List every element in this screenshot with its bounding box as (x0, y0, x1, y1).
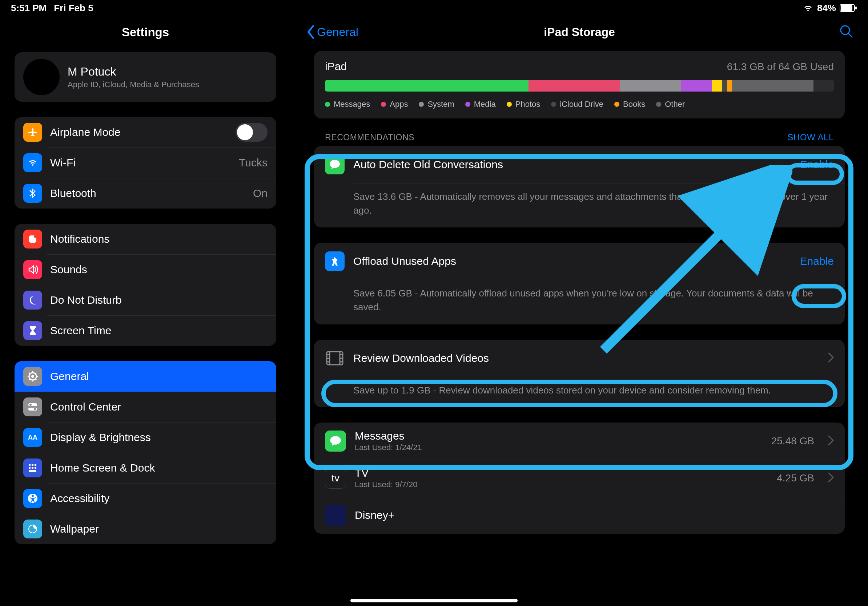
app-name: TV (355, 467, 768, 479)
sidebar-item-label: Do Not Disturb (50, 294, 268, 306)
chevron-right-icon (828, 435, 834, 447)
bluetooth-value: On (253, 187, 268, 199)
section-header-label: RECOMMENDATIONS (325, 133, 414, 142)
home-indicator[interactable] (350, 599, 518, 602)
app-last-used: Last Used: 1/24/21 (355, 443, 763, 452)
sidebar-item-control-center[interactable]: Control Center (14, 392, 276, 422)
sidebar-item-do-not-disturb[interactable]: Do Not Disturb (14, 285, 276, 315)
sidebar-item-accessibility[interactable]: Accessibility (14, 483, 276, 514)
storage-segment (732, 80, 814, 91)
svg-rect-12 (29, 464, 31, 466)
sidebar-item-home-screen[interactable]: Home Screen & Dock (14, 453, 276, 483)
notifications-icon (23, 230, 42, 249)
recommendation-desc: Save 13.6 GB - Automatically removes all… (314, 184, 845, 227)
enable-button[interactable]: Enable (800, 158, 834, 171)
app-row-messages[interactable]: Messages Last Used: 1/24/21 25.48 GB (314, 422, 845, 459)
sidebar-item-label: Accessibility (50, 492, 268, 505)
status-bar: 5:51 PM Fri Feb 5 84% (0, 0, 868, 16)
storage-segment (722, 80, 727, 91)
sidebar-item-display-brightness[interactable]: AA Display & Brightness (14, 422, 276, 453)
legend-item: Photos (507, 99, 541, 109)
storage-segment (529, 80, 620, 91)
storage-segment (681, 80, 712, 91)
toggles-icon (23, 397, 42, 416)
search-icon (839, 24, 854, 39)
sidebar-item-wifi[interactable]: Wi-Fi Tucks (14, 147, 276, 178)
sidebar-item-bluetooth[interactable]: Bluetooth On (14, 178, 276, 209)
show-all-button[interactable]: SHOW ALL (787, 132, 834, 142)
sidebar-item-wallpaper[interactable]: Wallpaper (14, 514, 276, 544)
sidebar-item-screen-time[interactable]: Screen Time (14, 315, 276, 346)
app-size: 4.25 GB (777, 472, 814, 484)
app-row-tv[interactable]: tv TV Last Used: 9/7/20 4.25 GB (314, 459, 845, 497)
svg-point-6 (31, 375, 34, 378)
gear-icon (23, 367, 42, 386)
sidebar-item-airplane-mode[interactable]: Airplane Mode (14, 117, 276, 147)
status-battery-percent: 84% (817, 3, 836, 14)
sidebar-group-alerts: Notifications Sounds Do Not Disturb Scre… (14, 224, 276, 346)
recommendation-offload-apps[interactable]: Offload Unused Apps Enable Save 6.05 GB … (314, 243, 845, 324)
enable-button[interactable]: Enable (800, 255, 834, 267)
app-size: 25.48 GB (771, 435, 814, 447)
sidebar-item-label: Home Screen & Dock (50, 462, 268, 474)
airplane-toggle[interactable] (236, 123, 268, 142)
sidebar-title: Settings (0, 16, 291, 52)
svg-point-10 (34, 408, 36, 410)
apps-list: Messages Last Used: 1/24/21 25.48 GB tv … (314, 422, 845, 534)
wifi-icon (803, 4, 814, 12)
airplane-icon (23, 123, 42, 142)
sidebar-item-sounds[interactable]: Sounds (14, 254, 276, 285)
sidebar-item-general[interactable]: General (14, 361, 276, 392)
disney-app-icon (325, 505, 346, 526)
storage-bar (325, 80, 834, 91)
back-label: General (317, 25, 358, 39)
sidebar-item-label: Display & Brightness (50, 431, 268, 444)
film-icon (325, 348, 344, 368)
account-subtitle: Apple ID, iCloud, Media & Purchases (68, 80, 199, 90)
tv-app-icon: tv (325, 468, 346, 489)
accessibility-icon (23, 489, 42, 508)
sidebar-group-general: General Control Center AA Display & Brig… (14, 361, 276, 544)
legend-item: Other (656, 99, 685, 109)
app-last-used: Last Used: 9/7/20 (355, 480, 768, 489)
svg-rect-15 (29, 467, 31, 469)
back-button[interactable]: General (305, 25, 358, 39)
svg-point-20 (32, 495, 34, 497)
recommendations-header: RECOMMENDATIONS SHOW ALL (314, 118, 845, 146)
recommendation-review-videos[interactable]: Review Downloaded Videos Save up to 1.9 … (314, 340, 845, 408)
moon-icon (23, 291, 42, 309)
sidebar-item-label: Wi-Fi (50, 156, 231, 169)
storage-used: 61.3 GB of 64 GB Used (727, 61, 834, 73)
bluetooth-icon (23, 184, 42, 203)
storage-card: iPad 61.3 GB of 64 GB Used MessagesAppsS… (314, 51, 845, 118)
account-card[interactable]: M Potuck Apple ID, iCloud, Media & Purch… (14, 52, 276, 102)
svg-point-4 (34, 234, 37, 238)
app-row-disney[interactable]: Disney+ (314, 497, 845, 534)
sidebar-item-label: Airplane Mode (50, 126, 228, 138)
recommendation-title: Auto Delete Old Conversations (353, 158, 791, 171)
recommendation-auto-delete[interactable]: Auto Delete Old Conversations Enable Sav… (314, 146, 845, 227)
storage-segment (620, 80, 681, 91)
appstore-icon (325, 251, 344, 271)
app-name: Messages (355, 430, 763, 442)
display-icon: AA (23, 428, 42, 447)
sidebar-item-label: Control Center (50, 401, 268, 413)
svg-rect-16 (32, 467, 33, 469)
status-date: Fri Feb 5 (54, 3, 93, 14)
svg-text:AA: AA (28, 434, 37, 441)
svg-rect-18 (29, 470, 36, 472)
svg-rect-14 (34, 464, 36, 466)
sidebar-group-connectivity: Airplane Mode Wi-Fi Tucks Bluetooth On (14, 117, 276, 209)
sidebar-item-label: Notifications (50, 233, 268, 245)
storage-segment (712, 80, 722, 91)
legend-item: Apps (381, 99, 408, 109)
sidebar-item-label: Wallpaper (50, 523, 268, 535)
svg-point-9 (29, 403, 32, 406)
avatar (23, 59, 60, 95)
page-title: iPad Storage (544, 25, 615, 39)
wifi-settings-icon (23, 153, 42, 172)
recommendation-title: Review Downloaded Videos (353, 352, 819, 365)
battery-icon (840, 4, 857, 12)
sidebar-item-notifications[interactable]: Notifications (14, 224, 276, 254)
search-button[interactable] (839, 24, 854, 40)
